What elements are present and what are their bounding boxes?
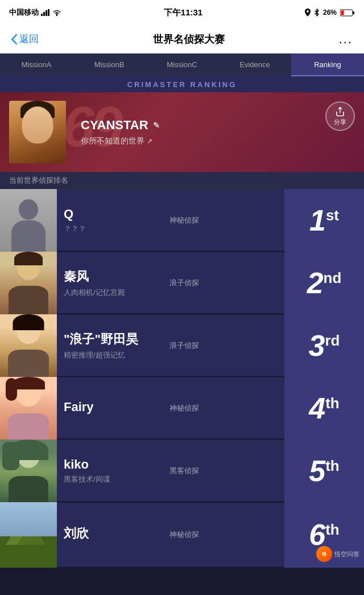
tab-mission-a[interactable]: MissionA: [0, 54, 73, 76]
svg-rect-3: [48, 9, 49, 16]
rank-number-5: 5th: [309, 456, 339, 486]
profile-name-row: CYANSTAR ✎: [81, 118, 355, 133]
back-icon: [11, 34, 17, 44]
rank-info-5: kiko 黑客技术/间谍 黑客侦探: [57, 452, 284, 490]
rank-tag-1: 神秘侦探: [169, 215, 199, 225]
rank-number-cell-4: 4th: [284, 377, 364, 440]
rank-info-6: 刘欣 神秘侦探: [57, 519, 284, 550]
share-icon: [335, 106, 345, 117]
desc-link-icon: ↗: [147, 137, 152, 145]
bluetooth-icon: [314, 9, 320, 17]
rank-row-4: Fairy 神秘侦探 4th: [0, 377, 364, 440]
svg-point-5: [307, 10, 309, 13]
location-icon: [305, 9, 311, 17]
rank-info-4: Fairy 神秘侦探: [57, 394, 284, 422]
rank-tag-4: 神秘侦探: [169, 403, 199, 413]
rank-tag-3: 浪子侦探: [169, 340, 199, 351]
rank-row-1: Q ？？？ 神秘侦探 1st: [0, 190, 364, 252]
rank-row-2: 秦风 人肉相机/记忆宫殿 浪子侦探 2nd: [0, 252, 364, 315]
avatar-photo-6: [0, 502, 57, 568]
back-label: 返回: [19, 32, 39, 46]
rank-avatar-3: [0, 314, 57, 377]
edit-icon[interactable]: ✎: [153, 121, 160, 130]
rank-row-3: "浪子"野田昊 精密推理/超强记忆 浪子侦探 3rd: [0, 315, 364, 377]
battery-text: 26%: [323, 9, 337, 17]
signal-icon: [41, 9, 50, 16]
avatar-photo-2: [0, 252, 57, 314]
status-left: 中国移动: [9, 7, 61, 18]
rank-number-cell-1: 1st: [284, 189, 364, 252]
tab-mission-b[interactable]: MissionB: [73, 54, 146, 76]
back-button[interactable]: 返回: [11, 32, 39, 46]
ranking-header-banner: CRIMASTER RANKING: [0, 76, 364, 92]
page-title: 世界名侦探大赛: [153, 32, 225, 46]
carrier-text: 中国移动: [9, 7, 39, 18]
rank-number-2: 2nd: [307, 268, 342, 298]
silhouette-head-1: [19, 199, 38, 220]
rank-avatar-5: [0, 440, 57, 502]
rank-info-1: Q ？？？ 神秘侦探: [57, 201, 284, 240]
tab-bar: MissionA MissionB MissionC Evidence Rank…: [0, 54, 364, 76]
tab-evidence[interactable]: Evidence: [218, 54, 291, 76]
section-label-text: 当前世界侦探排名: [9, 176, 68, 184]
rank-avatar-1: [0, 189, 57, 252]
svg-rect-8: [341, 10, 344, 15]
avatar-silhouette-1: [0, 189, 57, 252]
rank-number-6: 6th: [309, 520, 339, 549]
rank-number-1: 1st: [309, 206, 339, 235]
avatar-photo-3: [0, 314, 57, 377]
svg-rect-1: [43, 12, 45, 16]
rank-info-2: 秦风 人肉相机/记忆宫殿 浪子侦探: [57, 262, 284, 303]
wifi-icon: [52, 9, 61, 16]
watermark-text: 悟空问答: [334, 550, 359, 559]
rank-avatar-2: [0, 252, 57, 314]
ranking-list: Q ？？？ 神秘侦探 1st 秦风 人肉相机/记忆宫殿 浪子侦探 2nd: [0, 190, 364, 568]
rank-avatar-4: [0, 377, 57, 440]
rank-info-3: "浪子"野田昊 精密推理/超强记忆 浪子侦探: [57, 325, 284, 366]
silhouette-body-1: [11, 220, 46, 252]
status-right: 26%: [305, 9, 355, 17]
avatar-photo-4: [0, 377, 57, 440]
battery-icon: [340, 9, 355, 17]
rank-number-cell-5: 5th: [284, 440, 364, 502]
status-time: 下午11:31: [164, 7, 202, 18]
rank-tag-2: 浪子侦探: [169, 278, 199, 288]
status-bar: 中国移动 下午11:31 26%: [0, 0, 364, 25]
svg-rect-7: [353, 11, 354, 14]
profile-avatar: [9, 101, 66, 163]
rank-sub-2: 人肉相机/记忆宫殿: [64, 288, 278, 298]
tab-mission-c[interactable]: MissionC: [146, 54, 218, 76]
profile-name-text: CYANSTAR: [81, 118, 148, 133]
rank-tag-5: 黑客侦探: [169, 466, 199, 476]
rank-number-cell-2: 2nd: [284, 252, 364, 314]
watermark: 悟 悟空问答: [316, 546, 359, 562]
svg-rect-0: [41, 14, 43, 16]
profile-info: CYANSTAR ✎ 你所不知道的世界 ↗: [75, 118, 355, 146]
rank-tag-6: 神秘侦探: [169, 530, 199, 540]
section-label: 当前世界侦探排名: [0, 172, 364, 190]
svg-point-4: [56, 14, 58, 16]
profile-avatar-bg: [9, 101, 66, 163]
profile-desc: 你所不知道的世界 ↗: [81, 136, 355, 146]
rank-avatar-6: [0, 502, 57, 568]
rank-row-5: kiko 黑客技术/间谍 黑客侦探 5th: [0, 440, 364, 503]
ranking-header-text: CRIMASTER RANKING: [127, 80, 237, 89]
nav-bar: 返回 世界名侦探大赛 ...: [0, 25, 364, 54]
rank-number-4: 4th: [309, 393, 339, 423]
watermark-logo: 悟: [316, 546, 332, 562]
avatar-photo-5: [0, 440, 57, 502]
rank-number-3: 3rd: [309, 331, 340, 360]
rank-sub-3: 精密推理/超强记忆: [64, 350, 278, 360]
rank-row-6: 刘欣 神秘侦探 6th 悟 悟空问答: [0, 503, 364, 568]
rank-number-cell-3: 3rd: [284, 314, 364, 377]
avatar-face: [22, 106, 53, 143]
profile-banner: 69 CYANSTAR ✎ 你所不知道的世界 ↗ 分享: [0, 92, 364, 172]
tab-ranking[interactable]: Ranking: [291, 54, 364, 76]
profile-desc-text: 你所不知道的世界: [81, 136, 144, 146]
more-button[interactable]: ...: [339, 32, 353, 47]
svg-rect-2: [46, 10, 47, 16]
